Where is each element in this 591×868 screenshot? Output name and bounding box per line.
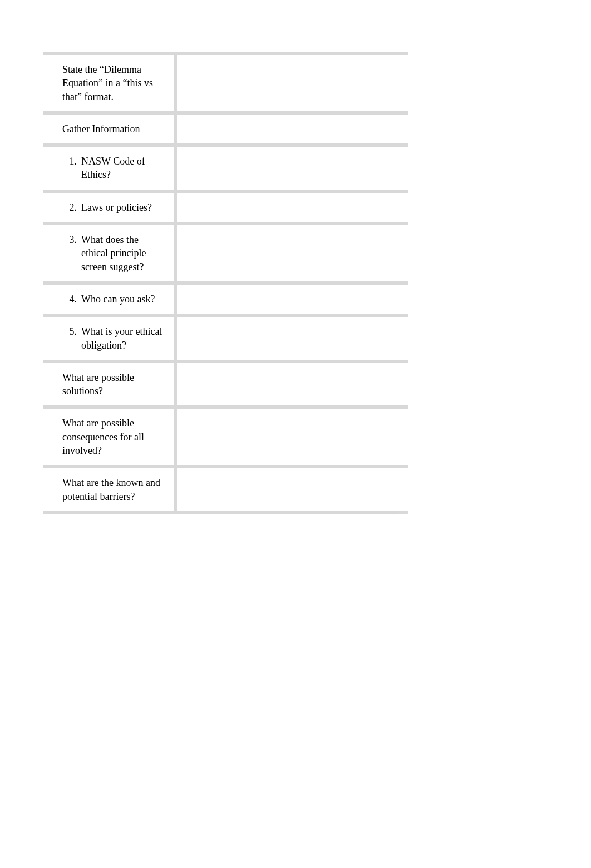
numbered-item: 2. Laws or policies? (51, 201, 165, 214)
list-number: 3. (66, 233, 81, 274)
table-row: 2. Laws or policies? (43, 190, 408, 222)
bullet-item: Gather Information (51, 122, 165, 136)
row-answer-cell (177, 55, 408, 111)
bullet-item: What are possible solutions? (51, 371, 165, 398)
row-label-text: What are the known and potential barrier… (62, 476, 165, 503)
row-label-cell: 2. Laws or policies? (43, 193, 177, 222)
list-number: 4. (66, 292, 81, 306)
list-number: 5. (66, 325, 81, 352)
row-label-text: Laws or policies? (81, 201, 165, 214)
row-label-text: What are possible solutions? (62, 371, 165, 398)
numbered-item: 3. What does the ethical principle scree… (51, 233, 165, 274)
row-answer-cell (177, 193, 408, 222)
table-row: 5. What is your ethical obligation? (43, 314, 408, 360)
row-label-cell: What are possible solutions? (43, 363, 177, 406)
row-label-cell: What are possible consequences for all i… (43, 409, 177, 465)
row-answer-cell (177, 147, 408, 190)
table-row: State the “Dilemma Equation” in a “this … (43, 52, 408, 111)
row-label-text: State the “Dilemma Equation” in a “this … (62, 63, 165, 103)
row-label-cell: 1. NASW Code of Ethics? (43, 147, 177, 190)
row-label-text: What are possible consequences for all i… (62, 416, 165, 457)
worksheet-table: State the “Dilemma Equation” in a “this … (43, 52, 408, 514)
bullet-icon (51, 371, 62, 398)
row-label-cell: 5. What is your ethical obligation? (43, 317, 177, 360)
row-answer-cell (177, 409, 408, 465)
row-label-cell: 3. What does the ethical principle scree… (43, 225, 177, 281)
row-answer-cell (177, 468, 408, 511)
numbered-item: 1. NASW Code of Ethics? (51, 155, 165, 182)
bullet-item: What are possible consequences for all i… (51, 416, 165, 457)
row-label-cell: What are the known and potential barrier… (43, 468, 177, 511)
bullet-icon (51, 63, 62, 103)
bullet-item: What are the known and potential barrier… (51, 476, 165, 503)
row-answer-cell (177, 115, 408, 143)
bullet-icon (51, 122, 62, 136)
row-label-text: NASW Code of Ethics? (81, 155, 165, 182)
list-number: 1. (66, 155, 81, 182)
row-answer-cell (177, 225, 408, 281)
row-label-text: What does the ethical principle screen s… (81, 233, 165, 274)
table-row: What are the known and potential barrier… (43, 465, 408, 514)
row-answer-cell (177, 285, 408, 314)
row-label-text: Who can you ask? (81, 292, 165, 306)
table-row: 1. NASW Code of Ethics? (43, 143, 408, 190)
numbered-item: 5. What is your ethical obligation? (51, 325, 165, 352)
row-label-cell: Gather Information (43, 115, 177, 143)
row-label-text: Gather Information (62, 122, 165, 136)
list-number: 2. (66, 201, 81, 214)
table-row: Gather Information (43, 111, 408, 143)
numbered-item: 4. Who can you ask? (51, 292, 165, 306)
table-row: 4. Who can you ask? (43, 281, 408, 314)
bullet-item: State the “Dilemma Equation” in a “this … (51, 63, 165, 103)
row-answer-cell (177, 317, 408, 360)
bullet-icon (51, 416, 62, 457)
row-label-cell: State the “Dilemma Equation” in a “this … (43, 55, 177, 111)
table-row: 3. What does the ethical principle scree… (43, 222, 408, 281)
row-label-text: What is your ethical obligation? (81, 325, 165, 352)
bullet-icon (51, 476, 62, 503)
table-row: What are possible consequences for all i… (43, 405, 408, 465)
row-answer-cell (177, 363, 408, 406)
table-row: What are possible solutions? (43, 360, 408, 406)
row-label-cell: 4. Who can you ask? (43, 285, 177, 314)
